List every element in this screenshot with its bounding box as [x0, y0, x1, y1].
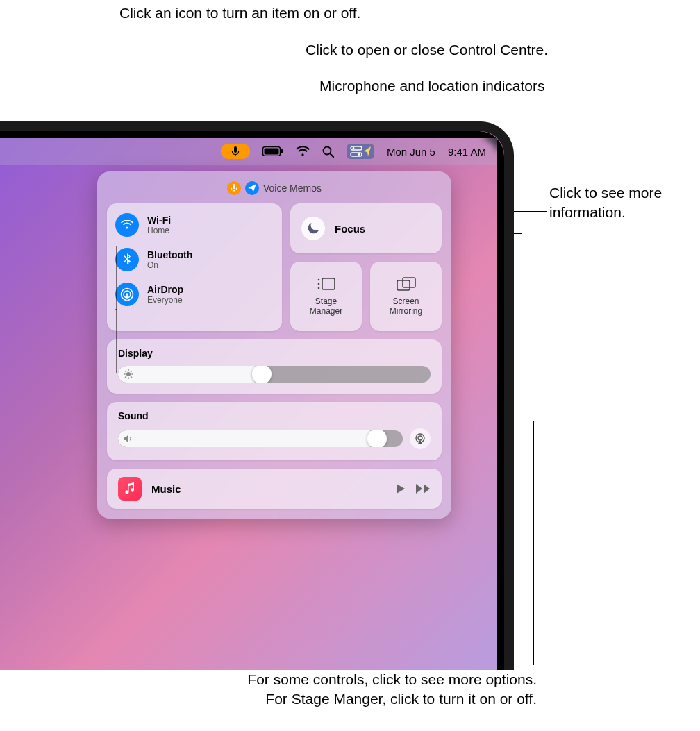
focus-card[interactable]: Focus: [290, 203, 442, 253]
stage-manager-button[interactable]: Stage Manager: [290, 262, 362, 331]
music-app-icon: [118, 477, 142, 501]
svg-line-25: [125, 377, 126, 378]
svg-rect-16: [397, 280, 410, 290]
display-card[interactable]: Display: [107, 339, 442, 394]
callout-more-options: For some controls, click to see more opt…: [127, 670, 537, 709]
svg-line-4: [330, 153, 333, 157]
bluetooth-subtitle: On: [147, 260, 192, 270]
airdrop-subtitle: Everyone: [147, 295, 183, 305]
music-label: Music: [151, 483, 385, 495]
connectivity-card[interactable]: Wi-Fi Home Bluetooth On: [107, 203, 282, 331]
svg-line-24: [131, 377, 132, 378]
callout-toggle: Click an icon to turn an item on or off.: [119, 3, 360, 23]
svg-line-26: [131, 371, 132, 371]
spotlight-icon[interactable]: [322, 146, 334, 158]
wifi-icon: [115, 213, 139, 237]
control-centre-icon[interactable]: [347, 144, 374, 159]
svg-point-8: [358, 153, 360, 156]
wifi-icon[interactable]: [296, 146, 310, 157]
screen-mirroring-button[interactable]: Screen Mirroring: [370, 262, 442, 331]
callout-more-info: Click to see more information.: [549, 183, 662, 223]
stage-manager-label: Stage Manager: [310, 296, 342, 316]
brightness-icon: [124, 369, 133, 379]
location-indicator-icon: [245, 181, 259, 195]
menubar-time[interactable]: 9:41 AM: [448, 146, 486, 158]
location-arrow-icon: [364, 146, 371, 156]
callout-indicators: Microphone and location indicators: [319, 76, 545, 96]
sound-slider[interactable]: [118, 430, 403, 447]
airplay-icon: [415, 433, 426, 444]
airdrop-title: AirDrop: [147, 284, 183, 295]
svg-rect-1: [264, 149, 278, 155]
moon-icon: [301, 217, 325, 240]
svg-point-13: [317, 279, 319, 281]
privacy-app-label: Voice Memos: [263, 183, 322, 194]
privacy-indicator-row[interactable]: Voice Memos: [107, 181, 442, 195]
now-playing-card[interactable]: Music: [107, 469, 442, 509]
wifi-subtitle: Home: [147, 226, 171, 235]
callout-line: [533, 421, 534, 665]
svg-point-14: [317, 283, 319, 285]
callout-line: [522, 233, 522, 600]
laptop-frame: Mon Jun 5 9:41 AM Voice Memos Wi-Fi: [0, 121, 514, 670]
next-button[interactable]: [415, 483, 431, 494]
mic-recording-icon[interactable]: [221, 144, 250, 159]
airdrop-toggle[interactable]: AirDrop Everyone: [115, 283, 274, 306]
battery-icon[interactable]: [262, 146, 283, 156]
svg-point-15: [317, 287, 319, 289]
svg-rect-5: [351, 146, 362, 150]
svg-line-23: [125, 371, 126, 371]
screen-mirroring-icon: [397, 277, 416, 292]
sound-card[interactable]: Sound: [107, 402, 442, 460]
display-label: Display: [118, 348, 431, 359]
wifi-title: Wi-Fi: [147, 215, 171, 226]
volume-icon: [124, 434, 135, 444]
wifi-toggle[interactable]: Wi-Fi Home: [115, 213, 274, 237]
svg-point-18: [126, 372, 131, 376]
mic-indicator-icon: [227, 181, 241, 195]
svg-point-28: [418, 436, 422, 440]
bluetooth-toggle[interactable]: Bluetooth On: [115, 248, 274, 271]
menubar-date[interactable]: Mon Jun 5: [387, 146, 435, 158]
bluetooth-title: Bluetooth: [147, 249, 192, 260]
stage-manager-icon: [317, 277, 336, 292]
screen-mirroring-label: Screen Mirroring: [390, 296, 422, 316]
svg-point-6: [353, 147, 355, 149]
airplay-audio-button[interactable]: [410, 428, 431, 449]
svg-rect-7: [351, 153, 362, 156]
svg-rect-17: [403, 278, 415, 287]
focus-label: Focus: [335, 223, 365, 235]
svg-rect-2: [281, 149, 283, 153]
play-button[interactable]: [394, 483, 406, 494]
control-centre-panel: Voice Memos Wi-Fi Home: [97, 171, 451, 519]
sound-label: Sound: [118, 410, 431, 421]
svg-rect-12: [322, 278, 335, 289]
display-slider[interactable]: [118, 366, 431, 383]
callout-open-cc: Click to open or close Control Centre.: [306, 40, 548, 60]
callout-bracket: [115, 246, 125, 373]
menu-bar: Mon Jun 5 9:41 AM: [0, 138, 497, 165]
